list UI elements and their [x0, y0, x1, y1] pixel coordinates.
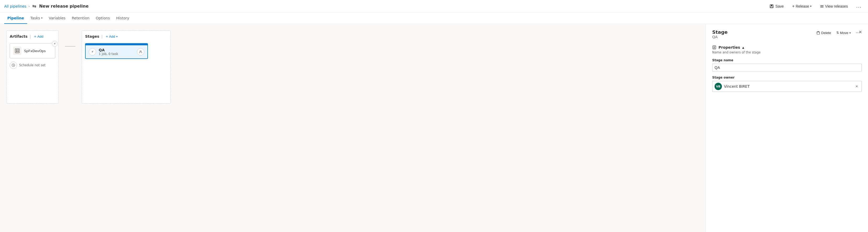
- plus-icon: +: [792, 4, 795, 9]
- stage-trigger-icon[interactable]: ⚡: [89, 48, 96, 56]
- delete-stage-button[interactable]: Delete: [815, 30, 833, 36]
- page-title: New release pipeline: [39, 4, 89, 9]
- release-label: Release: [796, 4, 809, 8]
- tasks-chevron-icon: ▾: [41, 17, 42, 19]
- pipeline-canvas: Artifacts | + Add SpFxDevO: [0, 24, 706, 232]
- svg-rect-14: [18, 51, 19, 52]
- svg-rect-7: [820, 5, 824, 6]
- stage-owner-label: Stage owner: [712, 76, 862, 79]
- stages-header: Stages | + Add ▾: [85, 34, 167, 39]
- properties-icon: [712, 45, 716, 50]
- tab-variables[interactable]: Variables: [45, 12, 69, 24]
- artifact-trigger-button[interactable]: ⚡: [52, 41, 58, 47]
- artifacts-header: Artifacts | + Add: [10, 34, 55, 39]
- add-artifact-label: Add: [37, 35, 43, 38]
- schedule-icon[interactable]: [10, 61, 17, 69]
- artifacts-panel: Artifacts | + Add SpFxDevO: [6, 30, 59, 104]
- schedule-label: Schedule not set: [19, 63, 45, 67]
- view-releases-button[interactable]: View releases: [818, 3, 850, 9]
- move-chevron-icon: ▾: [849, 31, 851, 34]
- stage-lightning-icon: ⚡: [91, 50, 93, 54]
- nav-tabs: Pipeline Tasks ▾ Variables Retention Opt…: [0, 12, 868, 24]
- stage-properties-panel: Stage QA Delete ⇅ Move ▾: [706, 24, 868, 232]
- svg-rect-11: [16, 50, 17, 51]
- move-stage-button[interactable]: ⇅ Move ▾: [835, 30, 852, 36]
- stage-name-label: Stage name: [712, 58, 862, 62]
- remove-icon: ✕: [856, 85, 858, 88]
- svg-rect-13: [16, 51, 17, 52]
- more-options-button[interactable]: ...: [854, 2, 864, 10]
- breadcrumb-link[interactable]: All pipelines: [4, 4, 26, 8]
- lightning-icon: ⚡: [54, 42, 56, 46]
- owner-name: Vincent BIRET: [724, 84, 852, 88]
- add-artifact-plus-icon: +: [34, 34, 36, 38]
- stage-panel-title-group: Stage QA: [712, 29, 727, 44]
- stages-title: Stages: [85, 34, 99, 38]
- artifacts-separator: |: [30, 34, 31, 38]
- release-button[interactable]: + Release ▾: [790, 3, 813, 10]
- stages-separator: |: [101, 34, 103, 38]
- properties-desc: Name and owners of the stage: [712, 51, 862, 54]
- header-left: All pipelines › New release pipeline: [4, 4, 768, 9]
- header: All pipelines › New release pipeline Sav…: [0, 0, 868, 12]
- stage-name-input[interactable]: [712, 64, 862, 71]
- stage-person-icon[interactable]: [137, 48, 144, 56]
- tab-pipeline[interactable]: Pipeline: [4, 12, 27, 24]
- stage-panel-subtitle: QA: [712, 35, 727, 39]
- save-label: Save: [775, 4, 784, 8]
- add-stage-plus-icon: +: [106, 34, 108, 38]
- pipeline-connector: [65, 30, 75, 47]
- svg-rect-9: [820, 7, 824, 8]
- properties-label: Properties: [718, 45, 740, 50]
- svg-rect-19: [817, 32, 819, 34]
- tab-tasks[interactable]: Tasks ▾: [27, 12, 46, 24]
- stage-card-body: ⚡ QA 1 job, 0 task: [86, 45, 147, 58]
- stage-card-name: QA: [99, 48, 134, 52]
- stage-panel-title: Stage: [712, 29, 727, 35]
- view-releases-label: View releases: [825, 4, 848, 8]
- stage-panel-actions: Delete ⇅ Move ▾ ···: [815, 29, 862, 36]
- ellipsis-icon: ...: [856, 3, 862, 9]
- svg-line-17: [13, 65, 14, 66]
- delete-label: Delete: [821, 31, 831, 35]
- remove-owner-button[interactable]: ✕: [854, 84, 859, 89]
- svg-rect-8: [820, 6, 824, 6]
- tab-options[interactable]: Options: [93, 12, 113, 24]
- stage-card-info: QA 1 job, 0 task: [99, 48, 134, 56]
- svg-rect-12: [18, 50, 19, 51]
- owner-avatar: VB: [715, 83, 722, 90]
- list-icon: [820, 4, 824, 8]
- svg-rect-0: [32, 5, 36, 6]
- add-stage-label: Add: [109, 35, 115, 38]
- artifacts-title: Artifacts: [10, 34, 28, 38]
- add-artifact-button[interactable]: + Add: [33, 34, 44, 39]
- save-button[interactable]: Save: [768, 3, 786, 9]
- chevron-down-icon: ▾: [810, 5, 811, 8]
- svg-rect-5: [771, 5, 772, 6]
- pipeline-icon: [32, 4, 37, 9]
- artifact-name: SpFxDevOps: [24, 49, 46, 53]
- delete-icon: [816, 31, 820, 35]
- main-content: Artifacts | + Add SpFxDevO: [0, 24, 868, 232]
- svg-rect-6: [771, 6, 773, 8]
- tab-retention[interactable]: Retention: [69, 12, 93, 24]
- close-icon: ✕: [859, 30, 862, 35]
- connector-line: [65, 46, 75, 47]
- stage-panel-header: Stage QA Delete ⇅ Move ▾: [712, 29, 862, 44]
- move-label: Move: [840, 31, 848, 35]
- stage-card-qa[interactable]: ⚡ QA 1 job, 0 task: [85, 43, 148, 59]
- stages-panel: Stages | + Add ▾ ⚡ QA 1 job, 0 task: [82, 30, 171, 104]
- move-icon: ⇅: [836, 31, 839, 35]
- owner-field: VB Vincent BIRET ✕: [712, 81, 862, 92]
- svg-rect-10: [15, 49, 20, 53]
- add-stage-button[interactable]: + Add ▾: [105, 34, 118, 39]
- artifact-icon: [13, 47, 22, 55]
- schedule-item: Schedule not set: [10, 61, 55, 69]
- breadcrumb-separator: ›: [29, 4, 30, 8]
- header-right: Save + Release ▾ View releases ...: [768, 2, 864, 10]
- tab-history[interactable]: History: [113, 12, 132, 24]
- add-stage-chevron-icon: ▾: [116, 35, 118, 38]
- properties-collapse-icon: ▲: [742, 46, 744, 49]
- close-stage-panel-button[interactable]: ✕: [857, 28, 864, 36]
- properties-section-header[interactable]: Properties ▲: [712, 45, 862, 50]
